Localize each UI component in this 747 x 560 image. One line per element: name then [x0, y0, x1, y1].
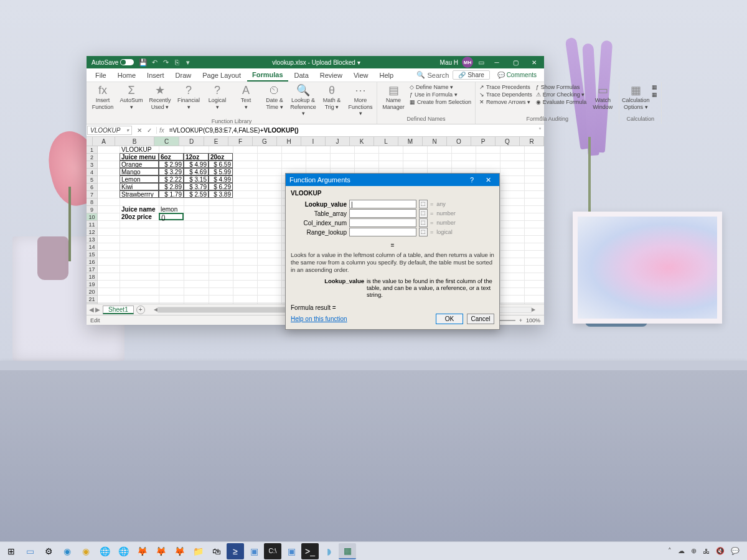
network-icon[interactable]: 🖧	[703, 548, 710, 555]
row-header[interactable]: 16	[87, 258, 97, 266]
cell[interactable]: $ 2.22	[159, 175, 184, 183]
titlebar[interactable]: AutoSave 💾 ↶ ↷ ⎘ ▾ vlookup.xlsx - Upload…	[87, 56, 544, 68]
ribbon-button[interactable]: fxInsertFunction	[89, 83, 116, 112]
cell[interactable]: Juice name	[120, 206, 159, 213]
tab-review[interactable]: Review	[315, 70, 347, 81]
tab-home[interactable]: Home	[113, 70, 141, 81]
calc-now-button[interactable]: ▦	[651, 83, 659, 91]
minimize-button[interactable]: ─	[489, 56, 504, 68]
dialog-titlebar[interactable]: Function Arguments ? ✕	[286, 174, 499, 186]
add-sheet-button[interactable]: +	[136, 306, 145, 314]
column-header[interactable]: L	[374, 137, 398, 146]
comments-button[interactable]: 💬 Comments	[494, 71, 540, 79]
redo-icon[interactable]: ↷	[161, 58, 170, 67]
dialog-help-icon[interactable]: ?	[464, 174, 479, 186]
select-all-corner[interactable]	[87, 137, 93, 146]
row-header[interactable]: 11	[87, 221, 97, 228]
trace-precedents-button[interactable]: ↗ Trace Precedents	[478, 83, 533, 91]
column-header[interactable]: B	[115, 137, 154, 146]
save-icon[interactable]: 💾	[139, 58, 148, 67]
toggle-icon[interactable]	[120, 59, 134, 65]
use-in-formula-button[interactable]: ƒ Use in Formula ▾	[408, 91, 472, 98]
task-view-icon[interactable]: ▭	[21, 543, 39, 559]
cell[interactable]: $ 2.99	[159, 161, 184, 168]
row-header[interactable]: 19	[87, 281, 97, 288]
expand-formula-icon[interactable]: ˅	[536, 127, 544, 134]
row-header[interactable]: 20	[87, 288, 97, 296]
cell[interactable]: Lemon	[120, 175, 159, 183]
excel-taskbar-icon[interactable]: ▦	[339, 543, 356, 559]
dialog-cancel-button[interactable]: Cancel	[467, 314, 494, 324]
dev-tool-icon[interactable]: ◗	[320, 543, 337, 559]
column-header[interactable]: F	[228, 137, 253, 146]
ribbon-button[interactable]: ?Financial▾	[175, 83, 202, 112]
file-explorer-icon[interactable]: 📁	[189, 543, 207, 559]
cmd-icon[interactable]: C:\	[264, 543, 281, 559]
edge-icon[interactable]: ◉	[59, 543, 76, 559]
cell[interactable]: $ 4.69	[184, 168, 209, 175]
watch-window-button[interactable]: ▭WatchWindow	[589, 83, 616, 112]
sheet-nav-next-icon[interactable]: ▶	[95, 306, 100, 313]
tab-view[interactable]: View	[349, 70, 374, 81]
notifications-icon[interactable]: 💬	[731, 547, 740, 555]
tab-insert[interactable]: Insert	[142, 70, 169, 81]
column-header[interactable]: C	[154, 137, 179, 146]
row-header[interactable]: 14	[87, 243, 97, 251]
column-header[interactable]: R	[520, 137, 544, 146]
ribbon-button[interactable]: 🔍Lookup &Reference ▾	[289, 83, 317, 118]
column-header[interactable]: N	[423, 137, 447, 146]
cell[interactable]: $ 4.99	[209, 175, 233, 183]
column-header[interactable]: E	[204, 137, 228, 146]
cell[interactable]: Orange	[120, 161, 159, 168]
cell[interactable]: $ 6.59	[209, 161, 233, 168]
row-header[interactable]: 13	[87, 236, 97, 243]
accept-formula-icon[interactable]: ✓	[145, 127, 154, 134]
collapse-ribbon-icon[interactable]: ˄	[540, 116, 543, 123]
sheet-tab-sheet1[interactable]: Sheet1	[103, 306, 134, 314]
row-header[interactable]: 7	[87, 191, 97, 198]
name-box[interactable]: VLOOKUP▾	[87, 126, 132, 135]
touch-icon[interactable]: ⎘	[172, 58, 181, 67]
row-header[interactable]: 2	[87, 154, 97, 161]
undo-icon[interactable]: ↶	[150, 58, 159, 67]
range-select-icon[interactable]: ⬚	[419, 228, 428, 236]
tab-formulas[interactable]: Formulas	[247, 69, 288, 82]
column-header[interactable]: H	[277, 137, 301, 146]
row-header[interactable]: 21	[87, 296, 97, 303]
ribbon-button[interactable]: ?Logical▾	[204, 83, 231, 112]
powershell-icon[interactable]: ≥	[227, 543, 244, 559]
row-header[interactable]: 12	[87, 228, 97, 236]
row-header[interactable]: 5	[87, 176, 97, 184]
console-icon[interactable]: >_	[301, 543, 319, 559]
evaluate-formula-button[interactable]: ◉ Evaluate Formula	[535, 98, 588, 106]
row-header[interactable]: 10	[87, 213, 97, 221]
create-from-selection-button[interactable]: ▦ Create from Selection	[408, 98, 472, 106]
close-button[interactable]: ✕	[527, 56, 542, 68]
row-header[interactable]: 18	[87, 273, 97, 281]
chrome-canary-icon[interactable]: 🌐	[115, 543, 132, 559]
ribbon-button[interactable]: AText▾	[232, 83, 260, 112]
cell[interactable]: $ 5.99	[209, 168, 233, 175]
dialog-ok-button[interactable]: OK	[436, 314, 463, 324]
cell[interactable]: Mango	[120, 168, 159, 175]
cell[interactable]: 20oz	[209, 153, 233, 161]
error-checking-button[interactable]: ⚠ Error Checking ▾	[535, 91, 588, 98]
windows-terminal-icon[interactable]: ▣	[283, 543, 300, 559]
start-button[interactable]: ⊞	[2, 543, 20, 559]
zoom-in-icon[interactable]: +	[519, 317, 522, 324]
row-header[interactable]: 4	[87, 169, 97, 176]
formula-input[interactable]: =VLOOKUP(C9,B3:E7,4,FALSE)+VLOOKUP()	[167, 126, 536, 134]
volume-icon[interactable]: 🔇	[716, 547, 725, 555]
cell[interactable]: $ 1.79	[159, 190, 184, 198]
remove-arrows-button[interactable]: ✕ Remove Arrows ▾	[478, 98, 533, 106]
column-header[interactable]: Q	[496, 137, 520, 146]
cell[interactable]: $ 3.15	[184, 175, 209, 183]
row-header[interactable]: 6	[87, 184, 97, 191]
cell[interactable]: Strawberrry	[120, 190, 159, 198]
qat-dropdown-icon[interactable]: ▾	[184, 58, 192, 67]
cell[interactable]: $ 2.59	[184, 190, 209, 198]
row-header[interactable]: 8	[87, 198, 97, 206]
ribbon-button[interactable]: ⋯MoreFunctions ▾	[347, 83, 374, 118]
ribbon-button[interactable]: θMath &Trig ▾	[318, 83, 345, 112]
cell[interactable]: $ 4.99	[184, 161, 209, 168]
